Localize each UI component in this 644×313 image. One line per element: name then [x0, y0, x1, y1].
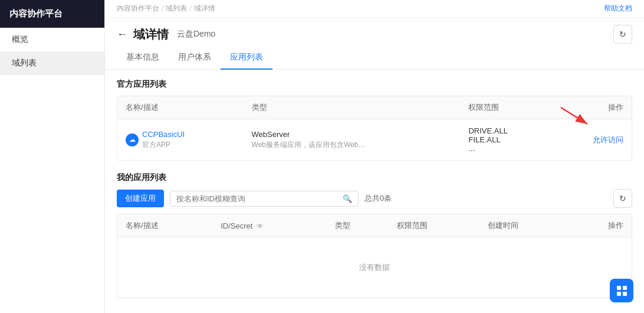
eye-icon[interactable]: 👁 [257, 222, 264, 230]
no-data-text: 没有数据 [126, 244, 623, 291]
page-subtitle: 云盘Demo [177, 29, 215, 40]
breadcrumb-list: 域列表 [166, 4, 187, 14]
allow-access-button[interactable]: 允许访问 [593, 135, 623, 144]
breadcrumb-home: 内容协作平台 [117, 4, 159, 14]
type-name: WebServer [252, 130, 452, 139]
my-col-name: 名称/描述 [117, 214, 212, 237]
col-scope: 权限范围 [460, 96, 553, 119]
app-type-cell: WebServer Web服务端应用，该应用包含Web… [244, 119, 461, 161]
official-apps-table: 名称/描述 类型 权限范围 操作 ☁ CCPBasicUI [117, 96, 632, 160]
my-col-action: 操作 [570, 214, 632, 237]
tab-user[interactable]: 用户体系 [169, 46, 221, 70]
my-col-created: 创建时间 [479, 214, 570, 237]
my-apps-title: 我的应用列表 [117, 172, 632, 183]
app-name[interactable]: CCPBasicUI [142, 130, 185, 139]
scope-drive: DRIVE.ALL [468, 126, 544, 135]
page-header: ← 域详情 云盘Demo ↻ [105, 18, 644, 44]
help-link[interactable]: 帮助文档 [604, 4, 632, 14]
tab-basic[interactable]: 基本信息 [117, 46, 169, 70]
tab-apps[interactable]: 应用列表 [221, 46, 272, 70]
col-type: 类型 [244, 96, 461, 119]
page-refresh-button[interactable]: ↻ [613, 25, 632, 44]
search-input[interactable] [176, 194, 343, 203]
my-apps-table-wrap: 名称/描述 ID/Secret 👁 类型 权限范围 创建时间 操作 [117, 214, 632, 298]
no-data-row: 没有数据 [117, 237, 632, 298]
topbar: 内容协作平台 / 域列表 / 域详情 帮助文档 [105, 0, 644, 18]
col-action: 操作 [553, 96, 632, 119]
total-count: 总共0条 [364, 193, 392, 204]
col-name: 名称/描述 [117, 96, 244, 119]
tabs: 基本信息 用户体系 应用列表 [105, 46, 644, 70]
sidebar: 内容协作平台 概览 域列表 [0, 0, 105, 313]
my-apps-header: 创建应用 🔍 总共0条 ↻ [117, 189, 632, 208]
app-name-cell: ☁ CCPBasicUI 官方APP [117, 119, 244, 161]
scope-file: FILE.ALL [468, 135, 544, 144]
table-row: ☁ CCPBasicUI 官方APP WebServer Web服务端应用，该应… [117, 119, 632, 161]
search-icon: 🔍 [343, 194, 352, 203]
main-content: 内容协作平台 / 域列表 / 域详情 帮助文档 ← 域详情 云盘Demo ↻ 基… [105, 0, 644, 313]
breadcrumb: 内容协作平台 / 域列表 / 域详情 [117, 4, 215, 14]
my-apps-table: 名称/描述 ID/Secret 👁 类型 权限范围 创建时间 操作 [117, 214, 632, 298]
sidebar-title: 内容协作平台 [9, 8, 63, 18]
my-apps-refresh-button[interactable]: ↻ [613, 189, 632, 208]
app-desc: 官方APP [142, 140, 185, 150]
app-scope-cell: DRIVE.ALL FILE.ALL ... [460, 119, 553, 161]
sidebar-header: 内容协作平台 [0, 0, 104, 28]
create-app-button[interactable]: 创建应用 [117, 190, 164, 207]
page-title: 域详情 [133, 27, 169, 43]
sidebar-item-overview[interactable]: 概览 [0, 28, 104, 51]
back-button[interactable]: ← [117, 28, 127, 41]
official-apps-title: 官方应用列表 [117, 79, 632, 90]
content-area: 官方应用列表 名称/描述 类型 权限范围 操作 ☁ [105, 70, 644, 313]
app-action-cell: 允许访问 [553, 119, 632, 161]
my-col-type: 类型 [327, 214, 388, 237]
app-icon: ☁ [126, 133, 139, 146]
my-col-id-secret: ID/Secret 👁 [212, 214, 327, 237]
grid-icon [617, 286, 627, 296]
search-box[interactable]: 🔍 [170, 191, 359, 207]
breadcrumb-detail: 域详情 [194, 4, 215, 14]
official-apps-table-wrap: 名称/描述 类型 权限范围 操作 ☁ CCPBasicUI [117, 96, 632, 161]
grid-button[interactable] [610, 279, 633, 302]
type-desc: Web服务端应用，该应用包含Web… [252, 140, 452, 150]
scope-more: ... [468, 144, 544, 153]
sidebar-item-domain-list[interactable]: 域列表 [0, 51, 104, 75]
no-data-cell: 没有数据 [117, 237, 632, 298]
my-col-scope: 权限范围 [389, 214, 479, 237]
